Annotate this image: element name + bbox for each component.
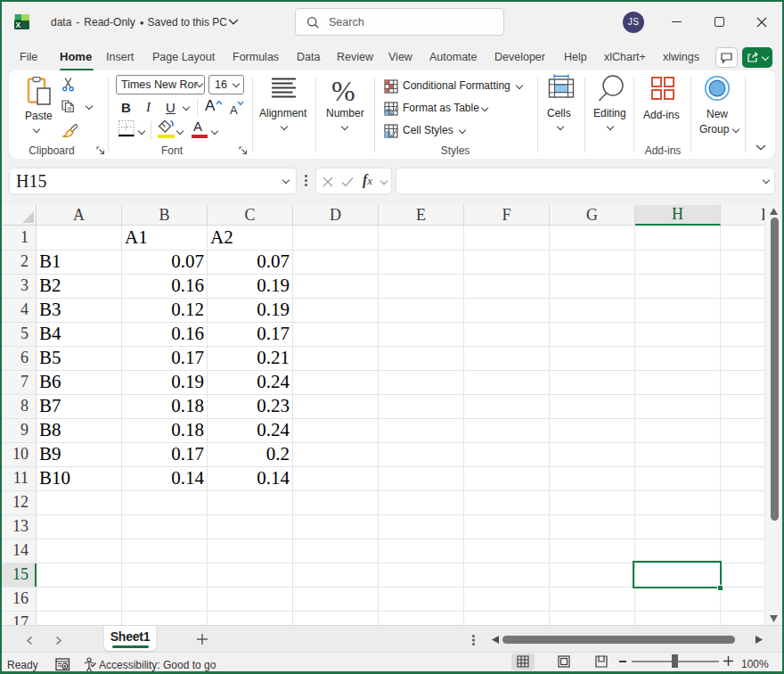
- svg-text:X: X: [15, 21, 20, 29]
